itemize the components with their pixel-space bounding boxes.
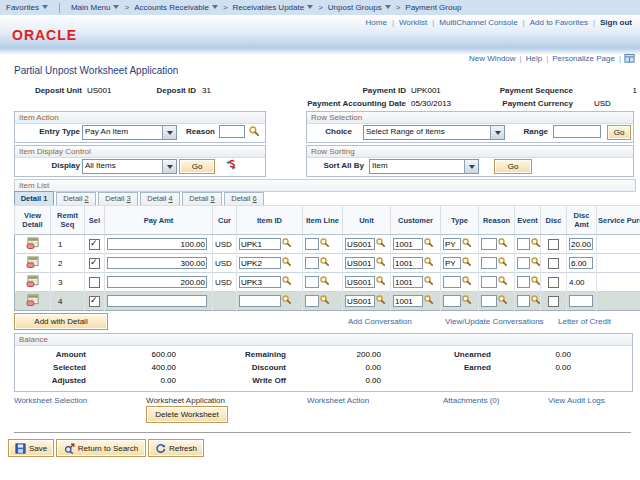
display-go-button[interactable]: Go	[179, 159, 215, 174]
disc-amt-input[interactable]	[569, 295, 593, 307]
type-lookup-icon[interactable]	[462, 295, 471, 304]
view-detail-icon[interactable]	[26, 294, 40, 306]
currency-conversion-icon[interactable]	[225, 159, 237, 171]
event-lookup-icon[interactable]	[531, 276, 540, 285]
customer-lookup-icon[interactable]	[424, 238, 433, 247]
disc-amt-input[interactable]	[569, 238, 593, 250]
type-input[interactable]	[443, 295, 461, 307]
tab-detail-4[interactable]: Detail 4	[140, 192, 180, 205]
reason-input[interactable]	[481, 295, 497, 307]
customer-input[interactable]	[393, 257, 423, 269]
range-go-button[interactable]: Go	[607, 125, 631, 140]
type-input[interactable]	[443, 276, 461, 288]
pay-amt-input[interactable]	[107, 257, 207, 269]
return-to-search-button[interactable]: Return to Search	[56, 439, 146, 457]
unit-lookup-icon[interactable]	[376, 295, 385, 304]
view-detail-icon[interactable]	[26, 256, 40, 268]
reason-lookup-icon[interactable]	[249, 126, 259, 136]
breadcrumb-payment-group[interactable]: Payment Group	[405, 3, 461, 12]
reason-lookup-icon[interactable]	[498, 276, 507, 285]
choice-select[interactable]: Select Range of Items	[363, 125, 505, 140]
breadcrumb-receivables-update[interactable]: Receivables Update	[233, 3, 314, 12]
customer-lookup-icon[interactable]	[424, 276, 433, 285]
breadcrumb-unpost-groups[interactable]: Unpost Groups	[328, 3, 391, 12]
sel-checkbox[interactable]	[89, 258, 100, 269]
personalize-page-icon[interactable]	[624, 53, 635, 64]
sign-out-link[interactable]: Sign out	[600, 18, 632, 27]
item-id-input[interactable]	[239, 295, 281, 307]
unit-input[interactable]	[345, 257, 375, 269]
worklist-link[interactable]: Worklist	[399, 18, 427, 27]
personalize-page-link[interactable]: Personalize Page	[552, 54, 615, 63]
item-line-input[interactable]	[305, 238, 319, 250]
breadcrumb-accounts-receivable[interactable]: Accounts Receivable	[134, 3, 218, 12]
item-line-lookup-icon[interactable]	[320, 238, 329, 247]
reason-lookup-icon[interactable]	[498, 295, 507, 304]
tab-detail-6[interactable]: Detail 6	[224, 192, 264, 205]
reason-lookup-icon[interactable]	[498, 257, 507, 266]
worksheet-action-link[interactable]: Worksheet Action	[307, 396, 369, 405]
delete-worksheet-button[interactable]: Delete Worksheet	[146, 406, 228, 423]
item-id-lookup-icon[interactable]	[282, 295, 291, 304]
add-conversation-link[interactable]: Add Conversation	[348, 317, 412, 326]
event-lookup-icon[interactable]	[531, 257, 540, 266]
type-input[interactable]	[443, 238, 461, 250]
disc-checkbox[interactable]	[548, 239, 559, 250]
help-link[interactable]: Help	[526, 54, 542, 63]
event-lookup-icon[interactable]	[531, 295, 540, 304]
item-id-lookup-icon[interactable]	[282, 238, 291, 247]
reason-lookup-icon[interactable]	[498, 238, 507, 247]
refresh-button[interactable]: Refresh	[148, 439, 204, 457]
favorites-menu[interactable]: Favorites	[6, 3, 48, 12]
item-line-input[interactable]	[305, 257, 319, 269]
attachments-link[interactable]: Attachments (0)	[443, 396, 499, 405]
sort-all-by-select[interactable]: Item	[369, 159, 479, 174]
item-line-input[interactable]	[305, 295, 319, 307]
item-id-input[interactable]	[239, 257, 281, 269]
item-id-input[interactable]	[239, 238, 281, 250]
pay-amt-input[interactable]	[107, 276, 207, 288]
disc-checkbox[interactable]	[548, 258, 559, 269]
tab-detail-1[interactable]: Detail 1	[14, 191, 54, 205]
unit-input[interactable]	[345, 276, 375, 288]
entry-type-select[interactable]: Pay An Item	[82, 125, 177, 140]
reason-input[interactable]	[481, 276, 497, 288]
unit-lookup-icon[interactable]	[376, 238, 385, 247]
unit-lookup-icon[interactable]	[376, 276, 385, 285]
customer-lookup-icon[interactable]	[424, 295, 433, 304]
view-audit-logs-link[interactable]: View Audit Logs	[548, 396, 605, 405]
item-id-lookup-icon[interactable]	[282, 276, 291, 285]
unit-lookup-icon[interactable]	[376, 257, 385, 266]
customer-lookup-icon[interactable]	[424, 257, 433, 266]
customer-input[interactable]	[393, 238, 423, 250]
reason-input[interactable]	[481, 238, 497, 250]
view-update-conversations-link[interactable]: View/Update Conversations	[445, 317, 544, 326]
worksheet-selection-link[interactable]: Worksheet Selection	[14, 396, 87, 405]
sel-checkbox[interactable]	[89, 277, 100, 288]
add-to-favorites-link[interactable]: Add to Favorites	[530, 18, 588, 27]
multichannel-console-link[interactable]: MultiChannel Console	[439, 18, 517, 27]
event-lookup-icon[interactable]	[531, 238, 540, 247]
sel-checkbox[interactable]	[89, 296, 100, 307]
new-window-link[interactable]: New Window	[469, 54, 516, 63]
tab-detail-5[interactable]: Detail 5	[182, 192, 222, 205]
pay-amt-input[interactable]	[107, 238, 207, 250]
disc-amt-input[interactable]	[569, 257, 593, 269]
type-lookup-icon[interactable]	[462, 257, 471, 266]
item-line-lookup-icon[interactable]	[320, 276, 329, 285]
home-link[interactable]: Home	[366, 18, 387, 27]
event-input[interactable]	[517, 295, 530, 307]
item-line-input[interactable]	[305, 276, 319, 288]
view-detail-icon[interactable]	[26, 237, 40, 249]
unit-input[interactable]	[345, 295, 375, 307]
item-line-lookup-icon[interactable]	[320, 257, 329, 266]
type-lookup-icon[interactable]	[462, 238, 471, 247]
disc-checkbox[interactable]	[548, 296, 559, 307]
letter-of-credit-link[interactable]: Letter of Credit	[558, 317, 638, 326]
display-select[interactable]: All Items	[82, 159, 177, 174]
tab-detail-3[interactable]: Detail 3	[98, 192, 138, 205]
range-input[interactable]	[553, 125, 601, 138]
reason-input[interactable]	[219, 125, 245, 138]
unit-input[interactable]	[345, 238, 375, 250]
item-id-input[interactable]	[239, 276, 281, 288]
